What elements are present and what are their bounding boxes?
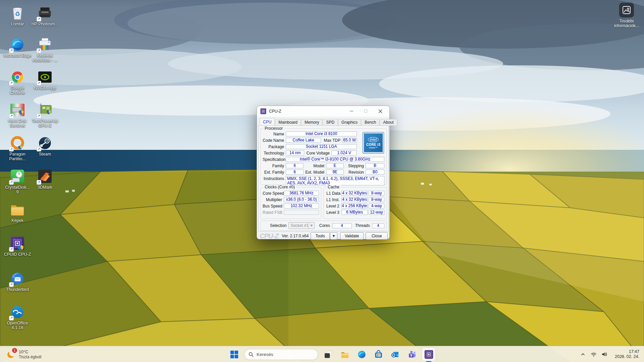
desktop-icon-cpuid-cpuz[interactable]: ↗ CPUID CPU-Z — [3, 236, 32, 257]
desktop-icon-crystaldiskmark[interactable]: ↗ CrystalDisk... 9 — [3, 169, 32, 194]
clocks-group: Clocks (Core #0) Core Speed 3681.76 MHz … — [260, 187, 321, 219]
package-label: Package — [263, 144, 284, 149]
desktop-icon-thunderbird[interactable]: ↗ Thunderbird — [3, 271, 32, 292]
tab-memory[interactable]: Memory — [301, 119, 322, 125]
desktop-icon-openoffice[interactable]: ↗ OpenOffice 4.1.16 — [3, 304, 32, 330]
tab-graphics[interactable]: Graphics — [338, 119, 361, 125]
weather-condition: Tiszta égbolt — [19, 355, 42, 359]
cpuz-taskbar-icon — [424, 350, 433, 359]
task-view-button[interactable] — [321, 348, 335, 361]
close-button[interactable]: Close — [366, 232, 388, 240]
model-value: E — [326, 163, 344, 168]
icon-label: Hard Disk Sentinel — [3, 119, 32, 128]
shortcut-arrow-icon: ↗ — [37, 147, 41, 152]
tab-mainboard[interactable]: Mainboard — [275, 119, 301, 125]
icon-label: Thunderbird — [3, 287, 32, 292]
bus-speed-label: Bus Speed — [263, 204, 282, 208]
search-input[interactable] — [257, 352, 307, 357]
icon-label: HP Photosm... — [31, 22, 59, 26]
close-window-button[interactable] — [373, 106, 387, 116]
tab-about[interactable]: About — [380, 119, 397, 125]
chevron-down-icon: ▼ — [309, 223, 314, 229]
core-voltage-value: 1.024 V — [331, 150, 357, 156]
teams-button[interactable] — [405, 348, 419, 361]
icon-label: Google Chrome — [3, 86, 32, 95]
nvidia-icon: ↗ — [37, 69, 53, 85]
titlebar[interactable]: CPU-Z — [257, 106, 389, 117]
teams-icon — [408, 350, 417, 359]
l1-inst-label: L1 Inst. — [326, 197, 340, 202]
weather-widget[interactable]: 1 10°C Tiszta égbolt — [3, 346, 44, 362]
shortcut-arrow-icon: ↗ — [9, 147, 14, 152]
level2-label: Level 2 — [326, 204, 340, 208]
rated-fsb-value — [284, 210, 319, 215]
selection-group: Selection Socket #1 ▼ Cores 4 Threads 4 — [260, 221, 387, 231]
cpuz-taskbar-button[interactable] — [422, 348, 435, 361]
intel-core-i3-logo: intel CORE i3 inside™ — [363, 132, 384, 154]
desktop-icon-steam[interactable]: ↗ Steam — [31, 135, 59, 157]
desktop-icon-paragon[interactable]: ↗ Paragon Partitio... — [3, 135, 32, 161]
core-voltage-label: Core Voltage — [304, 151, 330, 156]
cpu-z-icon: ↗ — [10, 236, 25, 251]
desktop-icon-google-chrome[interactable]: ↗ Google Chrome — [3, 69, 32, 95]
intel-core-text: CORE i3 — [366, 143, 380, 146]
file-explorer-icon — [340, 350, 350, 359]
spotlight-widget[interactable]: További információk... — [614, 3, 639, 28]
core-speed-value: 3681.76 MHz — [284, 191, 319, 196]
icon-label: TechPowerUp GPU-Z — [31, 119, 59, 128]
desktop-icon-gpu-z[interactable]: ↗ TechPowerUp GPU-Z — [31, 102, 59, 128]
socket-selector[interactable]: Socket #1 ▼ — [288, 222, 314, 229]
multiplier-value: x36.0 (8.0 - 36.0) — [284, 197, 319, 202]
close-icon — [378, 109, 382, 113]
file-explorer-button[interactable] — [338, 348, 352, 361]
ext-family-value: 6 — [286, 170, 304, 175]
desktop-icon-hard-disk-sentinel[interactable]: ↗ Hard Disk Sentinel — [3, 102, 32, 128]
spotlight-image-icon[interactable] — [619, 3, 634, 17]
maximize-button[interactable] — [359, 106, 373, 116]
desktop-icon-supplies[interactable]: ↗ Kellékek vásárlása - ... — [31, 37, 59, 63]
start-button[interactable] — [227, 348, 241, 361]
group-title: Cache — [326, 185, 341, 189]
edge-taskbar-button[interactable] — [355, 348, 368, 361]
window-title: CPU-Z — [269, 109, 281, 114]
model-label: Model — [304, 164, 324, 168]
processor-group: Processor Name Intel Core i3 8100 Code N… — [260, 128, 387, 185]
speaker-icon — [601, 352, 607, 357]
outlook-button[interactable] — [388, 348, 402, 361]
cpu-tab-page: Processor Name Intel Core i3 8100 Code N… — [258, 125, 389, 232]
desktop-icon-3dmark[interactable]: ↗ 3DMark — [31, 169, 59, 190]
notification-badge: 1 — [12, 348, 17, 353]
cpuz-app-icon — [260, 108, 266, 114]
tray-chevron-button[interactable] — [579, 350, 587, 359]
recycle-bin-icon: ♻ — [10, 5, 25, 21]
group-title: Processor — [263, 126, 284, 131]
group-title: Clocks (Core #0) — [263, 185, 296, 189]
microsoft-store-button[interactable] — [372, 348, 385, 361]
stepping-value: B — [366, 163, 384, 168]
desktop-icon-hp-photosmart[interactable]: ↗ HP Photosm... — [31, 5, 59, 26]
icon-label: 3DMark — [31, 185, 59, 190]
tab-strip: CPU Mainboard Memory SPD Graphics Bench … — [260, 118, 397, 125]
desktop-icon-microsoft-edge[interactable]: ↗ Microsoft Edge — [3, 37, 32, 58]
shortcut-arrow-icon: ↗ — [37, 114, 41, 118]
minimize-button[interactable] — [344, 106, 359, 116]
threedmark-icon: ↗ — [37, 169, 53, 184]
desktop-icon-recycle-bin[interactable]: ♻ Lomtár — [3, 5, 32, 26]
family-value: 6 — [286, 163, 304, 168]
paragon-icon: ↗ — [10, 135, 25, 151]
tab-spd[interactable]: SPD — [323, 119, 338, 125]
cache-group: Cache L1 Data 4 x 32 KBytes 8-way L1 Ins… — [323, 187, 387, 219]
selection-label: Selection — [270, 223, 286, 228]
tab-bench[interactable]: Bench — [361, 119, 379, 125]
tools-button[interactable]: Tools — [311, 232, 330, 240]
wifi-button[interactable] — [589, 350, 598, 359]
tab-cpu[interactable]: CPU — [260, 118, 275, 125]
desktop-icon-pictures-folder[interactable]: Képek — [3, 202, 32, 223]
taskbar-search[interactable] — [244, 349, 318, 360]
validate-button[interactable]: Validate — [340, 232, 364, 240]
volume-button[interactable] — [600, 350, 609, 359]
tools-dropdown-button[interactable]: ▼ — [330, 232, 337, 240]
desktop-icon-nvidia-app[interactable]: ↗ NVIDIA App — [31, 69, 59, 90]
shortcut-arrow-icon: ↗ — [9, 282, 14, 287]
clock-widget[interactable]: 17:47 2026. 02. 24. — [613, 349, 641, 360]
